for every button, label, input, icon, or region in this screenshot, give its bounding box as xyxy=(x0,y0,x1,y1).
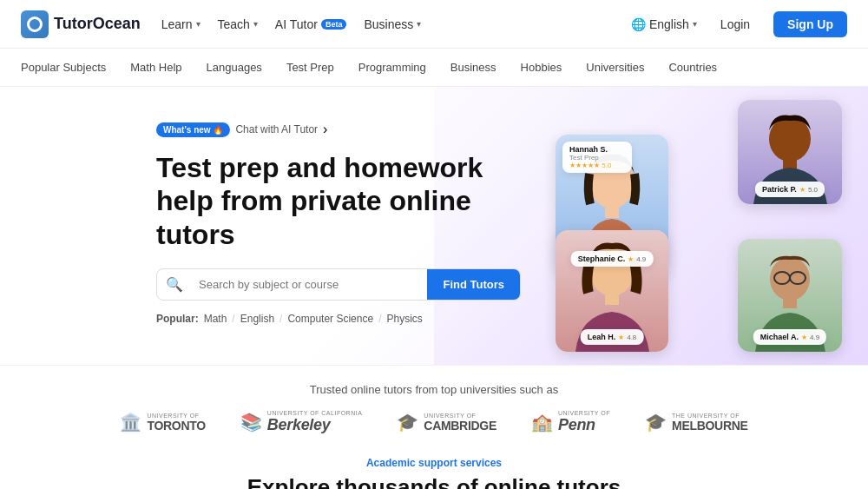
university-logos: 🏛️ UNIVERSITY OF TORONTO 📚 UNIVERSITY OF… xyxy=(35,410,833,434)
logo-circle xyxy=(27,17,43,32)
subnav-programming[interactable]: Programming xyxy=(346,49,438,87)
subnav-business[interactable]: Business xyxy=(438,49,509,87)
tutor-card-1: Hannah S. Test Prep ★★★★★ 5.0 Stephanie … xyxy=(556,135,668,274)
separator: / xyxy=(232,313,234,325)
toronto-icon: 🏛️ xyxy=(120,412,141,433)
popular-label: Popular: xyxy=(156,313,199,325)
subnav-test-prep[interactable]: Test Prep xyxy=(274,49,346,87)
melbourne-logo: 🎓 THE UNIVERSITY OF MELBOURNE xyxy=(645,412,748,433)
svg-rect-1 xyxy=(605,205,619,218)
arrow-icon: › xyxy=(323,122,327,137)
navbar: TutorOcean Learn ▾ Teach ▾ AI Tutor Beta… xyxy=(0,0,868,49)
penn-logo: 🏫 UNIVERSITY OF Penn xyxy=(531,410,610,434)
universities-title: Trusted online tutors from top universit… xyxy=(35,383,833,396)
separator: / xyxy=(279,313,282,325)
cambridge-logo: 🎓 UNIVERSITY OF CAMBRIDGE xyxy=(397,412,496,433)
navbar-left: TutorOcean Learn ▾ Teach ▾ AI Tutor Beta… xyxy=(21,10,421,38)
explore-title: Explore thousands of online tutors xyxy=(35,474,833,489)
explore-badge: Academic support services xyxy=(35,457,833,469)
chevron-icon: ▾ xyxy=(196,19,201,29)
globe-icon: 🌐 xyxy=(631,17,646,31)
penn-text: UNIVERSITY OF Penn xyxy=(558,410,610,434)
logo-icon xyxy=(21,10,49,38)
tutor-avatar-3: Leah H. ★ 4.8 xyxy=(556,230,668,352)
explore-section: Academic support services Explore thousa… xyxy=(0,443,868,489)
beta-badge: Beta xyxy=(321,19,347,30)
tutor-badge-4: Michael A. ★ 4.9 xyxy=(753,329,826,345)
search-input[interactable] xyxy=(192,269,427,300)
tutor-card-3: Leah H. ★ 4.8 xyxy=(556,230,668,352)
tutor-avatar-4: Michael A. ★ 4.9 xyxy=(738,239,842,352)
signup-button[interactable]: Sign Up xyxy=(773,11,847,37)
cambridge-icon: 🎓 xyxy=(397,412,418,433)
navbar-right: 🌐 English ▾ Login Sign Up xyxy=(631,11,847,37)
tutor-badge-2: Patrick P. ★ 5.0 xyxy=(755,182,825,197)
popular-searches: Popular: Math / English / Computer Scien… xyxy=(156,313,521,325)
chevron-icon: ▾ xyxy=(693,19,697,29)
tutor-badge-bottom-1: Stephanie C. ★ 4.9 xyxy=(571,251,654,267)
popular-cs[interactable]: Computer Science xyxy=(287,313,373,325)
nav-item-learn[interactable]: Learn ▾ xyxy=(161,17,201,31)
popular-english[interactable]: English xyxy=(240,313,274,325)
tutor-badge-3: Leah H. ★ 4.8 xyxy=(581,329,644,345)
popular-math[interactable]: Math xyxy=(204,313,227,325)
search-icon: 🔍 xyxy=(157,276,192,293)
nav-items: Learn ▾ Teach ▾ AI Tutor Beta Business ▾ xyxy=(161,17,422,31)
hero-title: Test prep and homework help from private… xyxy=(156,151,521,251)
login-button[interactable]: Login xyxy=(707,11,763,37)
tutor-photo-collage: Hannah S. Test Prep ★★★★★ 5.0 Stephanie … xyxy=(556,100,842,352)
chevron-icon: ▾ xyxy=(417,19,421,29)
tutor-card-4: Michael A. ★ 4.9 xyxy=(738,239,842,352)
subnav-universities[interactable]: Universities xyxy=(574,49,656,87)
popular-physics[interactable]: Physics xyxy=(386,313,422,325)
svg-rect-10 xyxy=(783,298,797,308)
berkeley-logo: 📚 UNIVERSITY OF CALIFORNIA Berkeley xyxy=(240,410,363,434)
subnav-countries[interactable]: Countries xyxy=(656,49,729,87)
melbourne-icon: 🎓 xyxy=(645,412,667,433)
whats-new-bar: What's new 🔥 Chat with AI Tutor › xyxy=(156,122,521,137)
svg-point-2 xyxy=(769,116,811,162)
brand-name: TutorOcean xyxy=(54,15,141,33)
subnav-hobbies[interactable]: Hobbies xyxy=(509,49,575,87)
subnav: Popular Subjects Math Help Languages Tes… xyxy=(0,49,868,87)
tutor-avatar-2: Patrick P. ★ 5.0 xyxy=(738,100,842,204)
melbourne-text: THE UNIVERSITY OF MELBOURNE xyxy=(672,413,748,433)
chevron-icon: ▾ xyxy=(253,19,258,29)
berkeley-text: UNIVERSITY OF CALIFORNIA Berkeley xyxy=(267,410,363,434)
logo[interactable]: TutorOcean xyxy=(21,10,141,38)
nav-item-ai-tutor[interactable]: AI Tutor Beta xyxy=(275,17,347,31)
tutor-badge-1: Hannah S. Test Prep ★★★★★ 5.0 xyxy=(562,142,632,173)
whats-new-badge[interactable]: What's new 🔥 xyxy=(156,122,230,137)
penn-icon: 🏫 xyxy=(531,412,553,433)
subnav-languages[interactable]: Languages xyxy=(194,49,274,87)
tutor-avatar-1: Hannah S. Test Prep ★★★★★ 5.0 Stephanie … xyxy=(556,135,668,274)
subnav-popular-subjects[interactable]: Popular Subjects xyxy=(21,49,118,87)
ai-tutor-link[interactable]: Chat with AI Tutor xyxy=(235,123,318,135)
tutor-card-2: Patrick P. ★ 5.0 xyxy=(738,100,842,204)
toronto-text: UNIVERSITY OF TORONTO xyxy=(147,413,205,433)
nav-item-teach[interactable]: Teach ▾ xyxy=(218,17,258,31)
hero-content: What's new 🔥 Chat with AI Tutor › Test p… xyxy=(156,122,521,339)
hero-section: What's new 🔥 Chat with AI Tutor › Test p… xyxy=(0,87,868,365)
language-selector[interactable]: 🌐 English ▾ xyxy=(631,17,697,31)
nav-item-business[interactable]: Business ▾ xyxy=(364,17,421,31)
language-label: English xyxy=(649,17,689,31)
berkeley-icon: 📚 xyxy=(240,412,262,433)
universities-section: Trusted online tutors from top universit… xyxy=(0,365,868,443)
separator: / xyxy=(378,313,381,325)
cambridge-text: UNIVERSITY OF CAMBRIDGE xyxy=(424,413,496,433)
search-bar: 🔍 Find Tutors xyxy=(156,268,521,301)
svg-rect-5 xyxy=(605,294,619,305)
subnav-math-help[interactable]: Math Help xyxy=(118,49,194,87)
find-tutors-button[interactable]: Find Tutors xyxy=(427,269,520,300)
toronto-logo: 🏛️ UNIVERSITY OF TORONTO xyxy=(120,412,205,433)
